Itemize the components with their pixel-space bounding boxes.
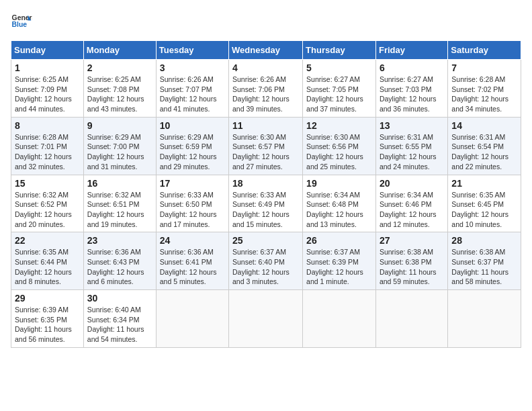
day-number: 7 xyxy=(451,62,517,73)
calendar-cell xyxy=(156,290,228,348)
calendar-cell xyxy=(229,290,303,348)
calendar-cell: 28Sunrise: 6:38 AM Sunset: 6:37 PM Dayli… xyxy=(448,232,521,290)
weekday-header-wednesday: Wednesday xyxy=(229,41,303,60)
day-number: 29 xyxy=(15,293,80,304)
day-info: Sunrise: 6:34 AM Sunset: 6:48 PM Dayligh… xyxy=(306,190,372,230)
day-info: Sunrise: 6:31 AM Sunset: 6:55 PM Dayligh… xyxy=(380,132,444,172)
calendar-cell: 16Sunrise: 6:32 AM Sunset: 6:51 PM Dayli… xyxy=(83,175,156,232)
calendar-cell: 29Sunrise: 6:39 AM Sunset: 6:35 PM Dayli… xyxy=(11,290,84,348)
weekday-header-saturday: Saturday xyxy=(448,41,521,60)
calendar-cell: 8Sunrise: 6:28 AM Sunset: 7:01 PM Daylig… xyxy=(11,117,84,175)
calendar-cell: 4Sunrise: 6:26 AM Sunset: 7:06 PM Daylig… xyxy=(229,60,303,118)
day-number: 2 xyxy=(87,62,152,73)
calendar-cell: 25Sunrise: 6:37 AM Sunset: 6:40 PM Dayli… xyxy=(229,232,303,290)
calendar-cell: 6Sunrise: 6:27 AM Sunset: 7:03 PM Daylig… xyxy=(375,60,447,118)
day-number: 13 xyxy=(380,120,444,131)
day-number: 28 xyxy=(451,235,517,246)
day-number: 10 xyxy=(160,120,225,131)
day-info: Sunrise: 6:37 AM Sunset: 6:40 PM Dayligh… xyxy=(232,247,299,287)
calendar-week-4: 22Sunrise: 6:35 AM Sunset: 6:44 PM Dayli… xyxy=(11,232,521,290)
calendar-cell: 12Sunrise: 6:30 AM Sunset: 6:56 PM Dayli… xyxy=(303,117,376,175)
calendar-cell: 2Sunrise: 6:25 AM Sunset: 7:08 PM Daylig… xyxy=(83,60,156,118)
calendar-cell: 15Sunrise: 6:32 AM Sunset: 6:52 PM Dayli… xyxy=(11,175,84,232)
calendar-week-5: 29Sunrise: 6:39 AM Sunset: 6:35 PM Dayli… xyxy=(11,290,521,348)
weekday-header-tuesday: Tuesday xyxy=(156,41,228,60)
day-number: 18 xyxy=(232,178,299,189)
calendar-cell: 20Sunrise: 6:34 AM Sunset: 6:46 PM Dayli… xyxy=(375,175,447,232)
day-info: Sunrise: 6:28 AM Sunset: 7:02 PM Dayligh… xyxy=(451,75,517,114)
day-number: 9 xyxy=(87,120,152,131)
day-number: 11 xyxy=(232,120,299,131)
day-info: Sunrise: 6:26 AM Sunset: 7:07 PM Dayligh… xyxy=(160,75,225,114)
day-number: 30 xyxy=(87,293,152,304)
day-info: Sunrise: 6:32 AM Sunset: 6:51 PM Dayligh… xyxy=(87,190,152,230)
day-info: Sunrise: 6:26 AM Sunset: 7:06 PM Dayligh… xyxy=(232,75,299,114)
calendar-week-1: 1Sunrise: 6:25 AM Sunset: 7:09 PM Daylig… xyxy=(11,60,521,118)
calendar-cell xyxy=(375,290,447,348)
calendar-table: SundayMondayTuesdayWednesdayThursdayFrid… xyxy=(11,40,521,348)
day-info: Sunrise: 6:39 AM Sunset: 6:35 PM Dayligh… xyxy=(15,305,80,345)
day-info: Sunrise: 6:31 AM Sunset: 6:54 PM Dayligh… xyxy=(451,132,517,172)
day-info: Sunrise: 6:38 AM Sunset: 6:37 PM Dayligh… xyxy=(451,247,517,287)
day-number: 21 xyxy=(451,178,517,189)
day-number: 14 xyxy=(451,120,517,131)
day-info: Sunrise: 6:25 AM Sunset: 7:08 PM Dayligh… xyxy=(87,75,152,114)
weekday-header-sunday: Sunday xyxy=(11,41,84,60)
day-info: Sunrise: 6:38 AM Sunset: 6:38 PM Dayligh… xyxy=(380,247,444,287)
weekday-header-friday: Friday xyxy=(375,41,447,60)
weekday-header-thursday: Thursday xyxy=(303,41,376,60)
day-number: 8 xyxy=(15,120,80,131)
day-number: 3 xyxy=(160,62,225,73)
day-number: 19 xyxy=(306,178,372,189)
weekday-header-monday: Monday xyxy=(83,41,156,60)
day-info: Sunrise: 6:35 AM Sunset: 6:44 PM Dayligh… xyxy=(15,247,80,287)
calendar-cell: 9Sunrise: 6:29 AM Sunset: 7:00 PM Daylig… xyxy=(83,117,156,175)
calendar-cell xyxy=(303,290,376,348)
day-number: 22 xyxy=(15,235,80,246)
calendar-cell: 11Sunrise: 6:30 AM Sunset: 6:57 PM Dayli… xyxy=(229,117,303,175)
logo-icon: General Blue xyxy=(11,11,32,32)
calendar-cell: 23Sunrise: 6:36 AM Sunset: 6:43 PM Dayli… xyxy=(83,232,156,290)
calendar-cell: 14Sunrise: 6:31 AM Sunset: 6:54 PM Dayli… xyxy=(448,117,521,175)
day-number: 1 xyxy=(15,62,80,73)
day-info: Sunrise: 6:36 AM Sunset: 6:43 PM Dayligh… xyxy=(87,247,152,287)
day-info: Sunrise: 6:33 AM Sunset: 6:50 PM Dayligh… xyxy=(160,190,225,230)
day-info: Sunrise: 6:32 AM Sunset: 6:52 PM Dayligh… xyxy=(15,190,80,230)
day-info: Sunrise: 6:30 AM Sunset: 6:56 PM Dayligh… xyxy=(306,132,372,172)
calendar-cell: 17Sunrise: 6:33 AM Sunset: 6:50 PM Dayli… xyxy=(156,175,228,232)
day-number: 5 xyxy=(306,62,372,73)
calendar-week-2: 8Sunrise: 6:28 AM Sunset: 7:01 PM Daylig… xyxy=(11,117,521,175)
day-info: Sunrise: 6:37 AM Sunset: 6:39 PM Dayligh… xyxy=(306,247,372,287)
calendar-cell: 7Sunrise: 6:28 AM Sunset: 7:02 PM Daylig… xyxy=(448,60,521,118)
day-number: 24 xyxy=(160,235,225,246)
calendar-cell: 30Sunrise: 6:40 AM Sunset: 6:34 PM Dayli… xyxy=(83,290,156,348)
day-info: Sunrise: 6:28 AM Sunset: 7:01 PM Dayligh… xyxy=(15,132,80,172)
day-info: Sunrise: 6:25 AM Sunset: 7:09 PM Dayligh… xyxy=(15,75,80,114)
day-info: Sunrise: 6:35 AM Sunset: 6:45 PM Dayligh… xyxy=(451,190,517,230)
page-header: General Blue xyxy=(11,11,521,32)
day-number: 6 xyxy=(380,62,444,73)
logo: General Blue xyxy=(11,11,32,32)
day-info: Sunrise: 6:27 AM Sunset: 7:03 PM Dayligh… xyxy=(380,75,444,114)
day-info: Sunrise: 6:40 AM Sunset: 6:34 PM Dayligh… xyxy=(87,305,152,345)
calendar-cell: 19Sunrise: 6:34 AM Sunset: 6:48 PM Dayli… xyxy=(303,175,376,232)
day-number: 25 xyxy=(232,235,299,246)
calendar-cell: 1Sunrise: 6:25 AM Sunset: 7:09 PM Daylig… xyxy=(11,60,84,118)
calendar-cell: 13Sunrise: 6:31 AM Sunset: 6:55 PM Dayli… xyxy=(375,117,447,175)
day-info: Sunrise: 6:30 AM Sunset: 6:57 PM Dayligh… xyxy=(232,132,299,172)
day-info: Sunrise: 6:34 AM Sunset: 6:46 PM Dayligh… xyxy=(380,190,444,230)
day-number: 20 xyxy=(380,178,444,189)
day-number: 26 xyxy=(306,235,372,246)
day-info: Sunrise: 6:29 AM Sunset: 6:59 PM Dayligh… xyxy=(160,132,225,172)
calendar-cell: 24Sunrise: 6:36 AM Sunset: 6:41 PM Dayli… xyxy=(156,232,228,290)
calendar-cell: 21Sunrise: 6:35 AM Sunset: 6:45 PM Dayli… xyxy=(448,175,521,232)
calendar-week-3: 15Sunrise: 6:32 AM Sunset: 6:52 PM Dayli… xyxy=(11,175,521,232)
day-number: 16 xyxy=(87,178,152,189)
calendar-cell xyxy=(448,290,521,348)
day-info: Sunrise: 6:33 AM Sunset: 6:49 PM Dayligh… xyxy=(232,190,299,230)
calendar-cell: 27Sunrise: 6:38 AM Sunset: 6:38 PM Dayli… xyxy=(375,232,447,290)
day-info: Sunrise: 6:36 AM Sunset: 6:41 PM Dayligh… xyxy=(160,247,225,287)
day-number: 15 xyxy=(15,178,80,189)
day-info: Sunrise: 6:27 AM Sunset: 7:05 PM Dayligh… xyxy=(306,75,372,114)
day-number: 27 xyxy=(380,235,444,246)
